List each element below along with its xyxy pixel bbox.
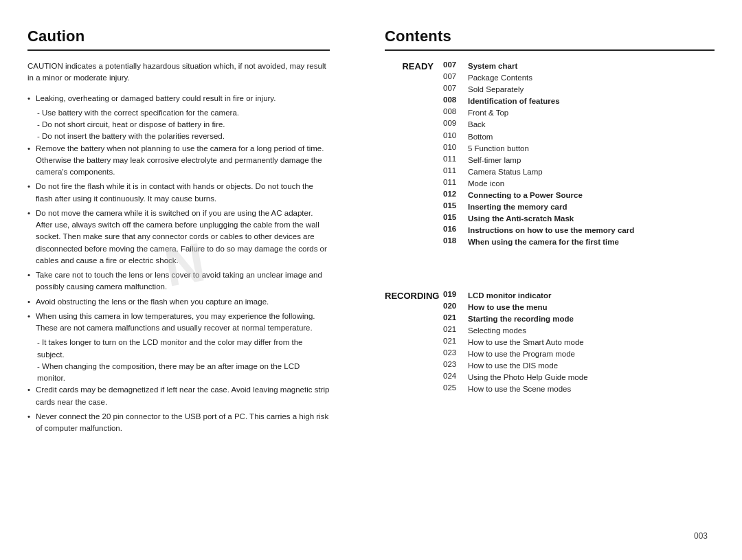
entry-text: Using the Anti-scratch Mask xyxy=(468,213,574,224)
recording-entry-row: 021Starting the recording mode xyxy=(443,313,715,324)
ready-entry-row: 011Mode icon xyxy=(443,178,715,189)
ready-entry-row: 011Camera Status Lamp xyxy=(443,166,715,177)
sub-item: - Use battery with the correct specifica… xyxy=(27,107,330,119)
recording-entry-row: 020How to use the menu xyxy=(443,302,715,313)
entry-text: Camera Status Lamp xyxy=(468,166,543,177)
entry-text: Mode icon xyxy=(468,178,504,189)
recording-label: RECORDING xyxy=(385,290,443,301)
entry-number: 007 xyxy=(443,60,468,69)
recording-entry-row: 025How to use the Scene modes xyxy=(443,383,715,394)
sub-item: - It takes longer to turn on the LCD mon… xyxy=(27,337,330,361)
entry-number: 011 xyxy=(443,178,468,186)
bullet-item: Credit cards may be demagnetized if left… xyxy=(27,384,330,408)
ready-entry-row: 015Inserting the memory card xyxy=(443,201,715,212)
entry-number: 021 xyxy=(443,313,468,322)
caution-section: Caution CAUTION indicates a potentially … xyxy=(27,27,357,539)
ready-entry-row: 008Front & Top xyxy=(443,107,715,118)
entry-number: 015 xyxy=(443,201,468,210)
entry-number: 008 xyxy=(443,96,468,104)
ready-entry-row: 008Identification of features xyxy=(443,96,715,107)
entry-number: 009 xyxy=(443,119,468,127)
entry-text: How to use the DIS mode xyxy=(468,360,558,371)
ready-section-row: READY 007System chart007Package Contents… xyxy=(385,60,715,249)
bullet-item: Remove the battery when not planning to … xyxy=(27,143,330,179)
entry-text: LCD monitor indicator xyxy=(468,290,551,301)
entry-number: 019 xyxy=(443,290,468,298)
caution-title: Caution xyxy=(27,27,330,45)
ready-entry-row: 012Connecting to a Power Source xyxy=(443,190,715,201)
ready-entry-row: 010Bottom xyxy=(443,131,715,142)
entry-text: Connecting to a Power Source xyxy=(468,190,583,201)
recording-entry-row: 023How to use the DIS mode xyxy=(443,360,715,371)
bullet-item: Take care not to touch the lens or lens … xyxy=(27,269,330,293)
entry-number: 010 xyxy=(443,131,468,139)
contents-title: Contents xyxy=(385,27,715,45)
recording-entry-row: 019LCD monitor indicator xyxy=(443,290,715,301)
sub-item: - When changing the composition, there m… xyxy=(27,361,330,385)
entry-text: Back xyxy=(468,119,486,130)
bullet-item: Leaking, overheating or damaged battery … xyxy=(27,93,330,104)
entry-number: 021 xyxy=(443,337,468,345)
ready-entry-row: 011Self-timer lamp xyxy=(443,155,715,166)
ready-label: READY xyxy=(385,60,443,71)
entry-number: 015 xyxy=(443,213,468,221)
entry-number: 025 xyxy=(443,383,468,392)
entry-text: Self-timer lamp xyxy=(468,155,521,166)
entry-number: 023 xyxy=(443,360,468,368)
ready-entry-row: 018When using the camera for the first t… xyxy=(443,236,715,247)
sub-item: - Do not insert the battery with the pol… xyxy=(27,131,330,142)
bullet-item: Do not fire the flash while it is in con… xyxy=(27,181,330,205)
entry-text: System chart xyxy=(468,60,517,71)
ready-entry-row: 015Using the Anti-scratch Mask xyxy=(443,213,715,224)
entry-text: 5 Function button xyxy=(468,143,529,154)
ready-entry-row: 009Back xyxy=(443,119,715,130)
entry-number: 016 xyxy=(443,225,468,233)
sub-item: - Do not short circuit, heat or dispose … xyxy=(27,119,330,131)
ready-entry-row: 007System chart xyxy=(443,60,715,71)
entry-number: 012 xyxy=(443,190,468,198)
entry-number: 018 xyxy=(443,236,468,245)
contents-section: Contents READY 007System chart007Package… xyxy=(357,27,715,539)
ready-entry-row: 007Package Contents xyxy=(443,72,715,83)
entry-text: Using the Photo Help Guide mode xyxy=(468,372,588,383)
entry-text: How to use the Program mode xyxy=(468,348,575,359)
entry-number: 008 xyxy=(443,107,468,115)
entry-text: How to use the Scene modes xyxy=(468,383,571,394)
entry-text: Identification of features xyxy=(468,96,560,107)
entry-text: Front & Top xyxy=(468,107,508,118)
entry-text: Sold Separately xyxy=(468,84,524,95)
entry-text: Package Contents xyxy=(468,72,532,83)
entry-text: Selecting modes xyxy=(468,325,526,336)
bullet-item: Do not move the camera while it is switc… xyxy=(27,208,330,267)
entry-text: How to use the menu xyxy=(468,302,548,313)
bullet-item: Never connect the 20 pin connector to th… xyxy=(27,411,330,435)
entry-text: Instructions on how to use the memory ca… xyxy=(468,225,634,236)
caution-bullets: Leaking, overheating or damaged battery … xyxy=(27,93,330,435)
entry-text: How to use the Smart Auto mode xyxy=(468,337,584,348)
ready-entry-row: 0105 Function button xyxy=(443,143,715,154)
entry-text: Bottom xyxy=(468,131,493,142)
recording-entry-row: 021Selecting modes xyxy=(443,325,715,336)
recording-entry-row: 021How to use the Smart Auto mode xyxy=(443,337,715,348)
entry-number: 021 xyxy=(443,325,468,333)
entry-number: 020 xyxy=(443,302,468,310)
entry-text: Inserting the memory card xyxy=(468,201,567,212)
entry-number: 011 xyxy=(443,155,468,163)
entry-number: 010 xyxy=(443,143,468,151)
recording-section-row: RECORDING 019LCD monitor indicator020How… xyxy=(385,290,715,396)
entry-number: 007 xyxy=(443,84,468,92)
bullet-item: Avoid obstructing the lens or the flash … xyxy=(27,296,330,308)
caution-divider xyxy=(27,49,330,51)
entry-number: 024 xyxy=(443,372,468,380)
entry-number: 007 xyxy=(443,72,468,80)
entry-text: When using the camera for the first time xyxy=(468,236,619,247)
recording-entries: 019LCD monitor indicator020How to use th… xyxy=(443,290,715,396)
caution-intro: CAUTION indicates a potentially hazardou… xyxy=(27,60,330,85)
ready-entry-row: 016Instructions on how to use the memory… xyxy=(443,225,715,236)
entry-number: 011 xyxy=(443,166,468,175)
ready-entry-row: 007Sold Separately xyxy=(443,84,715,95)
entry-number: 023 xyxy=(443,348,468,357)
ready-entries: 007System chart007Package Contents007Sol… xyxy=(443,60,715,249)
entry-text: Starting the recording mode xyxy=(468,313,574,324)
page-number: 003 xyxy=(694,531,708,541)
